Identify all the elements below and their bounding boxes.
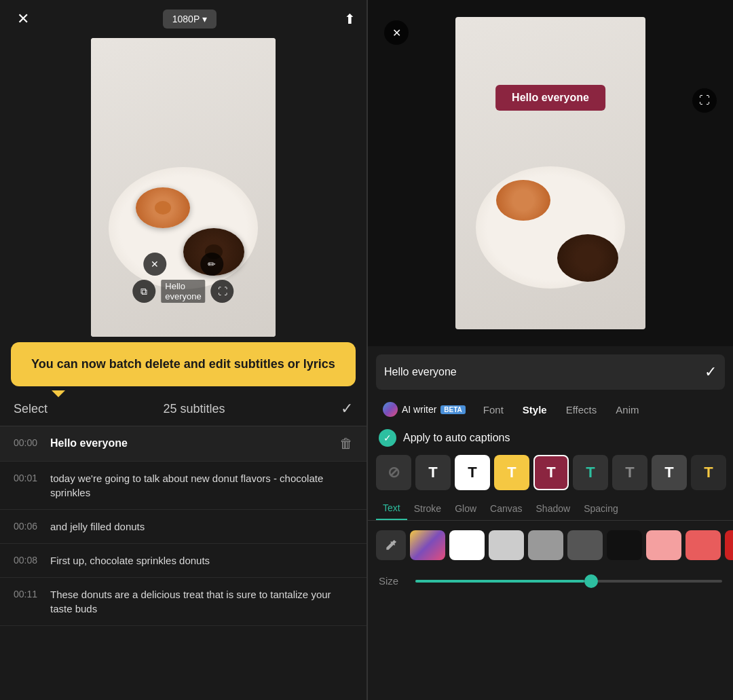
white-color-swatch[interactable] [449,530,485,560]
sub-tab-spacing[interactable]: Spacing [577,498,625,519]
sub-tab-shadow[interactable]: Shadow [529,498,578,519]
tab-effects[interactable]: Effects [558,400,605,420]
subtitle-time: 00:01 [14,471,39,483]
edit-overlay-button[interactable]: ✏ [200,253,223,276]
size-slider-fill [415,580,584,583]
donut-glazed [136,187,190,228]
resize-overlay-button[interactable]: ⛶ [211,280,234,303]
subtitle-item[interactable]: 00:08 First up, chocolate sprinkles donu… [0,544,366,578]
mgray-color-swatch[interactable] [528,530,563,560]
right-donut-glazed [496,180,550,221]
sub-tab-stroke[interactable]: Stroke [407,498,448,519]
copy-overlay-button[interactable]: ⧉ [132,280,155,303]
resolution-button[interactable]: 1080P ▾ [163,10,217,29]
subtitle-text: and jelly filled donuts [50,519,353,534]
style-buttons-row: ⊘ T T T T T T T T [368,455,733,497]
subtitle-item[interactable]: 00:01 today we're going to talk about ne… [0,462,366,510]
apply-captions-check: ✓ [379,429,396,447]
ai-writer-icon [383,402,398,417]
subtitle-item[interactable]: 00:11 These donuts are a delicious treat… [0,578,366,626]
right-video-preview: Hello everyone ✕ ⛶ [368,0,733,346]
style-outlinegray-button[interactable]: T [612,455,647,490]
export-button[interactable]: ⬆ [344,11,356,27]
mpink-color-swatch[interactable] [685,530,721,560]
caption-text-input[interactable] [384,366,704,378]
top-bar: ✕ 1080P ▾ ⬆ [0,0,366,38]
subtitle-item[interactable]: 00:06 and jelly filled donuts [0,510,366,544]
delete-subtitle-button[interactable]: 🗑 [339,436,353,452]
subtitle-time: 00:11 [14,587,39,600]
black-color-swatch[interactable] [607,530,642,560]
right-panel: Hello everyone ✕ ⛶ ✓ AI writer BETA Font… [368,0,733,700]
style-plain-button[interactable]: T [415,455,451,490]
tab-anim[interactable]: Anim [607,400,647,420]
sub-tab-canvas[interactable]: Canvas [483,498,529,519]
subtitle-confirm-icon[interactable]: ✓ [341,400,353,418]
style-yellowbg-button[interactable]: T [494,455,529,490]
video-preview: ✕ ✏ ⧉ Hello everyone ⛶ [91,38,276,337]
red-color-swatch[interactable] [725,530,733,560]
lgray-color-swatch[interactable] [489,530,524,560]
tab-font[interactable]: Font [475,400,512,420]
style-redbg-button[interactable]: T [533,455,569,490]
right-expand-button[interactable]: ⛶ [692,88,717,113]
sub-tab-glow[interactable]: Glow [448,498,483,519]
left-panel: ✕ 1080P ▾ ⬆ ✕ ✏ [0,0,366,700]
dgray-color-swatch[interactable] [567,530,603,560]
subtitle-time: 00:08 [14,553,39,566]
close-button[interactable]: ✕ [11,7,35,31]
subtitle-text: First up, chocolate sprinkles donuts [50,553,353,568]
subtitle-count: 25 subtitles [163,402,225,416]
color-picker-row [368,521,733,566]
subtitle-item[interactable]: 00:00 Hello everyone 🗑 [0,426,366,462]
tab-bar: AI writer BETA Font Style Effects Anim [368,390,733,421]
right-video-inner: Hello everyone [455,17,645,329]
right-donut-choc [557,234,618,282]
subtitle-time: 00:06 [14,519,39,532]
sub-tabs: Text Stroke Glow Canvas Shadow Spacing [368,497,733,521]
video-text-label: Hello everyone [161,280,205,303]
size-slider-row: Size [368,566,733,596]
subtitle-text: Hello everyone [50,436,328,451]
style-partial-button[interactable]: T [691,455,726,490]
subtitle-text: These donuts are a delicious treat that … [50,587,353,616]
lpink-color-swatch[interactable] [646,530,681,560]
tab-ai-writer[interactable]: AI writer BETA [376,398,472,421]
select-label[interactable]: Select [14,402,48,416]
style-shadow-button[interactable]: T [652,455,687,490]
text-confirm-button[interactable]: ✓ [704,363,717,381]
subtitle-time: 00:00 [14,436,39,448]
subtitle-list: 00:00 Hello everyone 🗑 00:01 today we're… [0,426,366,700]
eyedropper-button[interactable] [376,530,406,560]
delete-overlay-button[interactable]: ✕ [143,253,166,276]
size-label: Size [379,575,406,587]
apply-captions-row[interactable]: ✓ Apply to auto captions [368,421,733,455]
tooltip-text: You can now batch delete and edit subtit… [31,357,335,371]
style-outlinegreen-button[interactable]: T [573,455,608,490]
right-close-button[interactable]: ✕ [384,20,409,45]
style-none-button[interactable]: ⊘ [376,455,411,490]
ai-writer-label: AI writer [402,404,436,415]
text-input-row: ✓ [376,354,725,390]
size-slider-thumb[interactable] [584,574,598,588]
right-donut-plate [476,166,625,289]
style-whitebg-button[interactable]: T [455,455,490,490]
gradient-color-swatch[interactable] [410,530,445,560]
tab-style[interactable]: Style [514,400,555,420]
sub-tab-text[interactable]: Text [376,497,407,520]
beta-badge: BETA [440,405,465,414]
tooltip-banner: You can now batch delete and edit subtit… [11,342,356,386]
right-hello-badge: Hello everyone [495,85,605,111]
size-slider-track[interactable] [415,580,722,583]
subtitle-text: today we're going to talk about new donu… [50,471,353,500]
apply-captions-label: Apply to auto captions [403,432,510,444]
